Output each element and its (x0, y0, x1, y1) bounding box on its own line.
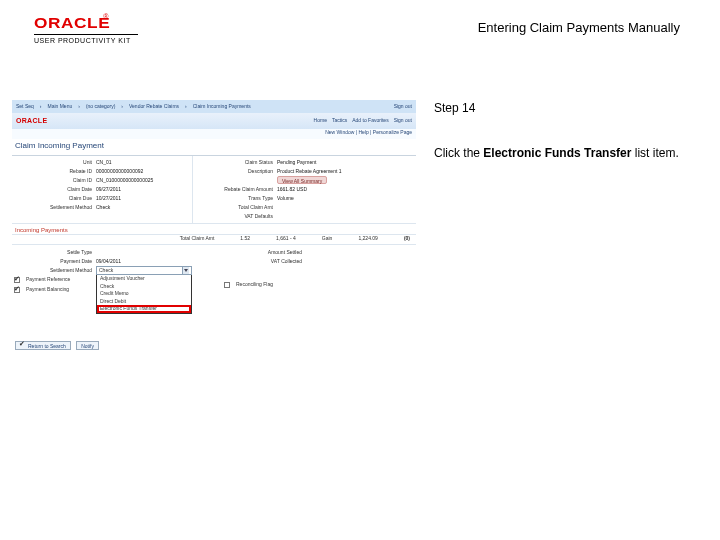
dropdown-list: Adjustment Voucher Check Credit Memo Dir… (96, 275, 192, 314)
totals-b: 1,661 - 4 (276, 236, 296, 242)
rebateid-value: 00000000000000092 (96, 169, 143, 175)
link-signout[interactable]: Sign out (394, 118, 412, 124)
transtype-value: Volume (277, 196, 294, 202)
claimdate-label: Claim Date (14, 187, 92, 193)
registered-mark: ® (103, 13, 108, 20)
chevron-right-icon (121, 104, 123, 110)
totals-c-label: Gain (322, 236, 333, 242)
claimdue-label: Claim Due (14, 196, 92, 202)
claimstatus-value: Pending Payment (277, 160, 316, 166)
signout-link[interactable]: Sign out (394, 104, 412, 110)
totals-c-value: 1,224.09 (358, 236, 377, 242)
instr-pre: Click the (434, 146, 483, 160)
link-tactics[interactable]: Tactics (332, 118, 347, 124)
chevron-down-icon[interactable] (182, 267, 189, 274)
totals-a-value: 1.52 (240, 236, 250, 242)
rebclamt-label: Rebate Claim Amount (195, 187, 273, 193)
totals-d: (0) (404, 236, 410, 242)
settlement-method-dropdown[interactable]: Check Adjustment Voucher Check Credit Me… (96, 266, 192, 275)
transtype-label: Trans Type (195, 196, 273, 202)
settletype-label: Settle Type (14, 250, 92, 256)
desc-label: Description (195, 169, 273, 175)
claimdate-value: 09/27/2011 (96, 187, 121, 193)
view-summary-button[interactable]: View All Summary (277, 176, 327, 184)
settlemethod-value: Check (96, 205, 110, 211)
utility-links[interactable]: New Window | Help | Personalize Page (12, 129, 416, 139)
oracle-mini-logo: ORACLE (16, 117, 47, 125)
rebateid-label: Rebate ID (14, 169, 92, 175)
instr-post: list item. (631, 146, 678, 160)
oracle-logo: ORACLE (34, 14, 110, 31)
unit-value: CN_01 (96, 160, 112, 166)
notify-button[interactable]: Notify (76, 341, 99, 350)
paymentdate-label: Payment Date (14, 259, 92, 265)
amtsettled-label: Amount Settled (224, 250, 302, 256)
option-adjustment-voucher[interactable]: Adjustment Voucher (97, 275, 191, 283)
return-to-search-button[interactable]: Return to Search (15, 341, 71, 350)
crumb-item[interactable]: (no category) (86, 104, 115, 110)
instruction-text: Click the Electronic Funds Transfer list… (434, 145, 694, 162)
vat-label: VAT Defaults (195, 214, 273, 220)
app-brand-bar: ORACLE Home Tactics Add to Favorites Sig… (12, 113, 416, 129)
claimid-value: CN_01000000000000025 (96, 178, 153, 184)
option-direct-debit[interactable]: Direct Debit (97, 298, 191, 306)
step-label: Step 14 (434, 100, 694, 117)
paybal-checkbox[interactable] (14, 287, 20, 293)
totals-a-label: Total Claim Amt (180, 236, 215, 242)
option-electronic-funds-transfer[interactable]: Electronic Funds Transfer (97, 305, 191, 313)
claimid-label: Claim ID (14, 178, 92, 184)
page-title: Claim Incoming Payment (12, 139, 416, 155)
crumb-item[interactable]: Set Seq (16, 104, 34, 110)
settlemethod2-label: Settlement Method (14, 268, 92, 274)
chevron-right-icon (185, 104, 187, 110)
option-check[interactable]: Check (97, 283, 191, 291)
instr-bold: Electronic Funds Transfer (483, 146, 631, 160)
payref-checkbox[interactable] (14, 277, 20, 283)
claimstatus-label: Claim Status (195, 160, 273, 166)
desc-value: Product Rebate Agreement 1 (277, 169, 342, 175)
reconcile-checkbox[interactable] (224, 282, 230, 288)
paybal-label: Payment Balancing (26, 287, 69, 293)
incoming-payments-header: Incoming Payments (12, 223, 416, 235)
doc-title: Entering Claim Payments Manually (478, 14, 690, 35)
chevron-right-icon (78, 104, 80, 110)
link-favorites[interactable]: Add to Favorites (352, 118, 388, 124)
vatcollected-label: VAT Collected (224, 259, 302, 265)
crumb-item[interactable]: Vendor Rebate Claims (129, 104, 179, 110)
dropdown-selected: Check (99, 268, 113, 274)
payref-label: Payment Reference (26, 277, 70, 283)
breadcrumb: Set Seq Main Menu (no category) Vendor R… (12, 100, 416, 113)
totclamt-label: Total Claim Amt (195, 205, 273, 211)
crumb-item[interactable]: Claim Incoming Payments (193, 104, 251, 110)
claimdue-value: 10/27/2011 (96, 196, 121, 202)
upk-subtitle: USER PRODUCTIVITY KIT (34, 34, 138, 44)
settlemethod-label: Settlement Method (14, 205, 92, 211)
reconcile-label: Reconciling Flag (236, 282, 273, 288)
screenshot-mock: Set Seq Main Menu (no category) Vendor R… (12, 100, 416, 352)
rebclamt-value: 1661.82 USD (277, 187, 307, 193)
oracle-logo-block: ORACLE ® USER PRODUCTIVITY KIT (34, 14, 138, 44)
crumb-item[interactable]: Main Menu (47, 104, 72, 110)
totals-row: Total Claim Amt 1.52 1,661 - 4 Gain 1,22… (12, 234, 416, 245)
chevron-right-icon (40, 104, 42, 110)
link-home[interactable]: Home (314, 118, 327, 124)
paymentdate-value: 09/04/2011 (96, 259, 121, 265)
option-credit-memo[interactable]: Credit Memo (97, 290, 191, 298)
unit-label: Unit (14, 160, 92, 166)
